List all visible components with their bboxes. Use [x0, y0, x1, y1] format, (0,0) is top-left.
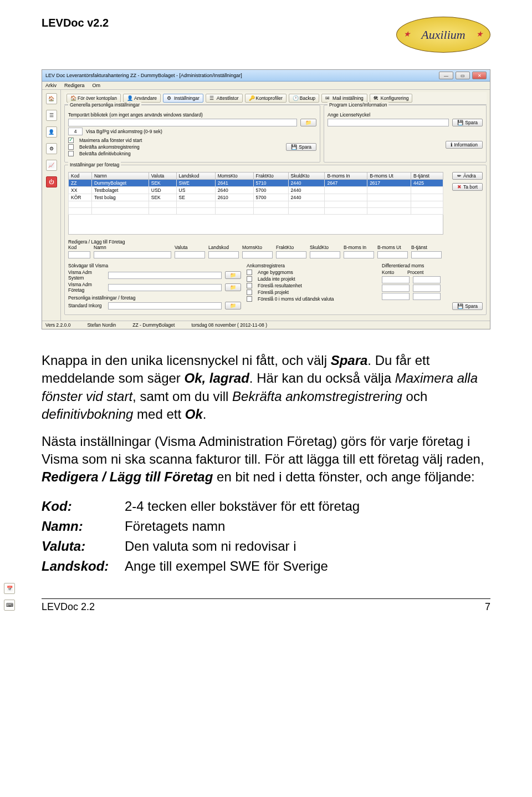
group-licens: Program Licens/Information	[328, 102, 388, 108]
edit-col-input[interactable]	[344, 251, 374, 258]
browse-visma-system-button[interactable]	[225, 271, 241, 279]
standard-inkorg-label: Standard Inkorg	[68, 303, 105, 308]
table-row[interactable]	[69, 201, 443, 208]
visma-adm-system-label: Visma Adm System	[68, 270, 105, 281]
diff-procent-3[interactable]	[413, 293, 441, 300]
tb-for-over-kontoplan[interactable]: För över kontoplan	[66, 94, 121, 103]
diff-konto-3[interactable]	[382, 293, 410, 300]
bgpg-label: Visa Bg/Pg vid ankomstreg (0-9 sek)	[86, 129, 162, 134]
edit-col-input[interactable]	[377, 251, 408, 258]
sidebar-home-icon[interactable]	[46, 93, 57, 104]
ank-checkbox[interactable]	[247, 296, 252, 302]
window-restore-button[interactable]: ▭	[456, 72, 470, 79]
tabort-button[interactable]: Ta bort	[452, 183, 483, 191]
sidebar-calc-icon[interactable]: ⌨	[4, 600, 15, 611]
menu-arkiv[interactable]: Arkiv	[45, 83, 57, 88]
ank-check-label: Föreslå 0 i moms vid utländsk valuta	[258, 296, 334, 302]
spara-foretag-button[interactable]: Spara	[452, 302, 483, 310]
edit-col-input[interactable]	[68, 251, 90, 258]
edit-col-input[interactable]	[242, 251, 273, 258]
tb-konfigurering[interactable]: Konfigurering	[370, 94, 413, 103]
table-row[interactable]: KÖRTest bolagSEKSE261057002440	[69, 194, 443, 201]
spara-licens-button[interactable]: Spara	[452, 119, 483, 126]
chk-bekr-ank[interactable]	[68, 144, 74, 150]
def-value: Den valuta som ni redovisar i	[125, 536, 296, 556]
tb-kontoprofiler[interactable]: Kontoprofiler	[245, 94, 287, 103]
ank-checkbox[interactable]	[247, 290, 252, 295]
spara-general-button[interactable]: Spara	[286, 143, 316, 151]
chk-maximera[interactable]	[68, 138, 74, 143]
document-title: LEVDoc v2.2	[42, 17, 109, 29]
window-close-button[interactable]: ✕	[472, 72, 487, 79]
paragraph-1: Knappa in den unika licensnyckel ni fått…	[42, 352, 490, 424]
edit-col-input[interactable]	[208, 251, 239, 258]
edit-col-label: MomsKto	[242, 245, 273, 250]
statusbar: Vers 2.2.0.0 Stefan Nordin ZZ - DummyBol…	[42, 321, 490, 329]
temp-lib-input[interactable]	[68, 119, 297, 126]
bgpg-spinner[interactable]: 4	[68, 128, 83, 135]
edit-col-label: B-tjänst	[411, 245, 442, 250]
table-row[interactable]: XXTestbolagetUSDUS264057002440	[69, 187, 443, 194]
footer-left: LEVDoc 2.2	[42, 601, 95, 613]
sidebar-user-icon[interactable]	[46, 126, 57, 138]
menu-redigera[interactable]: Redigera	[64, 83, 85, 88]
visma-adm-foretag-input[interactable]	[108, 284, 222, 291]
group-per-foretag: Inställningar per företag	[68, 162, 121, 167]
edit-col-input[interactable]	[411, 251, 442, 258]
information-button[interactable]: Information	[446, 141, 483, 149]
table-header[interactable]: B-moms In	[325, 172, 367, 180]
tb-anvandare[interactable]: Användare	[123, 94, 161, 103]
table-header[interactable]: B-moms Ut	[367, 172, 411, 180]
edit-col-label: B-moms In	[344, 245, 374, 250]
diff-procent-2[interactable]	[413, 285, 441, 292]
ank-check-label: Ange byggmoms	[258, 270, 293, 275]
table-header[interactable]: B-tjänst	[411, 172, 443, 180]
diff-konto-2[interactable]	[382, 285, 410, 292]
table-row[interactable]	[69, 208, 443, 215]
edit-col-input[interactable]	[276, 251, 306, 258]
sidebar-stop-icon[interactable]: ⏻	[46, 176, 57, 187]
edit-col-input[interactable]	[175, 251, 205, 258]
ank-checkbox[interactable]	[247, 283, 252, 288]
foretag-table[interactable]: KodNamnValutaLandskodMomsKtoFraktKtoSkul…	[68, 172, 443, 215]
sidebar-gear-icon[interactable]	[46, 143, 57, 154]
browse-temp-lib-button[interactable]	[300, 119, 316, 126]
def-key: Namn	[42, 516, 125, 536]
tb-attestlistor[interactable]: Attestlistor	[206, 94, 243, 103]
diff-konto-1[interactable]	[382, 276, 410, 283]
edit-col-input[interactable]	[310, 251, 340, 258]
table-header[interactable]: MomsKto	[215, 172, 253, 180]
visma-adm-system-input[interactable]	[108, 272, 222, 279]
edit-col-input[interactable]	[94, 251, 171, 258]
table-header[interactable]: FraktKto	[253, 172, 288, 180]
edit-col-label: FraktKto	[276, 245, 306, 250]
tb-mail[interactable]: Mail inställning	[321, 94, 367, 103]
tb-installningar[interactable]: Inställningar	[163, 94, 203, 103]
def-value: Ange till exempel SWE för Sverige	[125, 556, 328, 576]
table-header[interactable]: Namn	[91, 172, 149, 180]
browse-inkorg-button[interactable]	[225, 302, 241, 309]
table-header[interactable]: SkuldKto	[288, 172, 325, 180]
table-header[interactable]: Valuta	[149, 172, 176, 180]
tb-backup[interactable]: Backup	[289, 94, 319, 103]
licens-input[interactable]	[328, 119, 449, 126]
ank-check-label: Föreslå resultatenhet	[258, 283, 302, 288]
table-header[interactable]: Kod	[69, 172, 92, 180]
sidebar-list-icon[interactable]	[46, 110, 57, 121]
table-header[interactable]: Landskod	[176, 172, 215, 180]
table-row[interactable]: ZZDummyBolagetSEKSWE26415710244026472617…	[69, 180, 443, 187]
ank-checkbox[interactable]	[247, 276, 252, 282]
andra-button[interactable]: Ändra	[452, 172, 483, 180]
status-version: Vers 2.2.0.0	[45, 322, 70, 328]
window-title: LEV Doc Leverantörsfakturahantering ZZ -…	[45, 73, 242, 78]
ank-checkbox[interactable]	[247, 270, 252, 275]
sidebar-chart-icon[interactable]: 📈	[46, 160, 57, 171]
browse-visma-foretag-button[interactable]	[225, 283, 241, 291]
diff-procent-1[interactable]	[413, 276, 441, 283]
page-number: 7	[485, 601, 490, 613]
standard-inkorg-input[interactable]	[108, 302, 222, 309]
menu-om[interactable]: Om	[93, 83, 101, 88]
chk-bekr-def[interactable]	[68, 151, 74, 156]
window-minimize-button[interactable]: —	[439, 72, 453, 79]
sidebar-calendar-icon[interactable]: 📅	[4, 583, 15, 594]
